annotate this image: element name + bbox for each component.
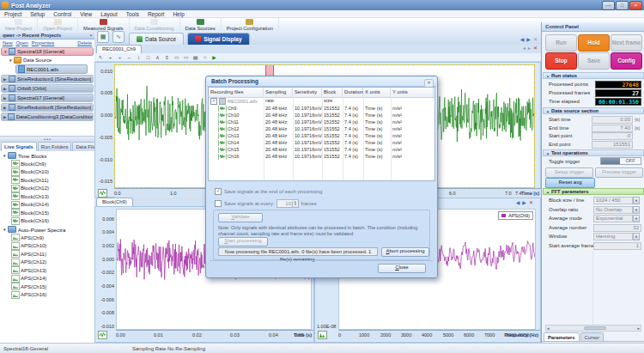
minimize-button[interactable]: — (602, 1, 615, 10)
signal-item[interactable]: APS(Ch12) (0, 259, 94, 267)
table-row-channel[interactable]: Ch15 20.48 kHz 10.19716mV/(... 151552 7.… (209, 146, 434, 153)
reset-zoom-icon[interactable]: ○ (201, 54, 209, 61)
toolbar-data-sources-button[interactable]: Data Sources (180, 18, 222, 31)
pane-scroll-left-icon[interactable]: ◀ (516, 199, 520, 205)
pane-scroll-right-icon[interactable]: ▶ (522, 199, 526, 205)
toolbar-open-project-button[interactable]: Open Project (38, 18, 78, 31)
window-list-icon[interactable]: ▦ (97, 31, 109, 43)
toolbar-new-project-button[interactable]: New Project (0, 18, 38, 31)
table-row-channel[interactable]: Ch12 20.48 kHz 10.19716mV/(... 151552 7.… (209, 125, 434, 132)
signal-item[interactable]: Block(Ch14) (0, 201, 94, 210)
fft-window[interactable]: Hanning (593, 233, 633, 240)
block-chart-tab[interactable]: Block(Ch9) (96, 198, 133, 206)
play-icon[interactable]: ▶ (210, 54, 218, 61)
sidebar-link-open[interactable]: Open (16, 40, 28, 46)
signal-item[interactable]: Block(Ch10) (0, 168, 94, 177)
table-row-channel[interactable]: Ch14 20.48 kHz 10.19716mV/(... 151552 7.… (209, 139, 434, 146)
list-view-icon[interactable]: ▤ (191, 54, 199, 61)
doc-scroll-right-icon[interactable]: ▸ (528, 45, 531, 51)
tab-scroll-left-icon[interactable]: ◀ (520, 36, 525, 42)
menu-view[interactable]: View (76, 11, 96, 17)
data-source-node[interactable]: ▼ Data Source (0, 56, 94, 64)
recording-file-node[interactable]: REC0001.atfx (15, 64, 88, 74)
menu-project[interactable]: Project (0, 11, 26, 17)
main-tab-signal-display[interactable]: Signal Display (187, 33, 249, 45)
menu-report[interactable]: Report (143, 11, 169, 17)
project-tree-item[interactable]: ▶ Orbit6 [Orbit] (1, 84, 94, 93)
menu-setup[interactable]: Setup (26, 11, 49, 17)
run-button[interactable]: Run (545, 34, 577, 52)
signal-item[interactable]: APS(Ch15) (0, 283, 94, 291)
column-header[interactable]: Block size (322, 88, 343, 97)
menu-layout[interactable]: Layout (96, 11, 122, 17)
select-icon[interactable]: ↖ (97, 54, 105, 61)
reset-avg-button[interactable]: Reset avg (545, 178, 595, 188)
signal-item[interactable]: APS(Ch10) (0, 242, 94, 251)
abort-processing-button[interactable]: Abort processing (381, 247, 429, 257)
maximize-button[interactable]: □ (616, 1, 629, 10)
stop-button[interactable]: Stop (545, 52, 577, 70)
signal-item[interactable]: APS(Ch16) (0, 291, 94, 300)
section-header[interactable]: ▲Data source section (543, 107, 644, 114)
project-tree-item[interactable]: ▶ SineReduction1 [SineReduction] (1, 75, 94, 83)
dropdown-arrow-icon[interactable]: ▼ (633, 197, 640, 204)
signal-group-time-blocks[interactable]: ▼ Time Blocks (0, 151, 94, 160)
sidebar-link-new[interactable]: New (3, 40, 13, 46)
scroll-left-arrow-icon[interactable]: ◂ (547, 326, 550, 332)
zoom-y-icon[interactable]: ↕ (135, 54, 143, 61)
main-tab-data-source[interactable]: Data Source (129, 33, 184, 45)
field-end-time[interactable]: 7.40 (592, 125, 633, 132)
fft-average-mode[interactable]: Exponential (593, 215, 633, 222)
table-row-channel[interactable]: Ch9 20.48 kHz 10.19716mV/(... 151552 7.4… (209, 105, 434, 112)
project-tree-item[interactable]: ▶ Spectral17 [General] (1, 94, 94, 102)
toolbar-project-configuration-button[interactable]: Project Configuration (222, 18, 279, 31)
next-frame-button[interactable]: Next frame (611, 34, 642, 52)
menu-tools[interactable]: Tools (122, 11, 143, 17)
signal-item[interactable]: Block(Ch9) (0, 160, 94, 168)
hold-button[interactable]: Hold (578, 34, 610, 52)
table-row-channel[interactable]: Ch10 20.48 kHz 10.19716mV/(... 151552 7.… (209, 112, 434, 119)
parameters-hscrollbar[interactable]: ◂ ▸ (545, 325, 641, 332)
fft-start-average-frame[interactable]: 1 (593, 242, 641, 250)
dialog-titlebar[interactable]: Batch Processing × (207, 77, 436, 87)
column-header[interactable]: Recording files (209, 88, 264, 97)
table-row-channel[interactable]: Ch11 20.48 kHz 10.19716mV/(... 151552 7.… (209, 119, 434, 125)
toolbar-data-conditioning-button[interactable]: Data Conditioning (130, 18, 180, 31)
signal-item[interactable]: Block(Ch11) (0, 176, 94, 185)
signal-item[interactable]: Block(Ch15) (0, 209, 94, 217)
table-row-channel[interactable]: Ch13 20.48 kHz 10.19716mV/(... 151552 7.… (209, 132, 434, 139)
signal-item[interactable]: Block(Ch12) (0, 185, 94, 193)
paste-scale-icon[interactable]: ▭ (182, 54, 190, 61)
field-end-point[interactable]: 151551 (592, 141, 633, 149)
save-button[interactable]: Save (578, 52, 610, 70)
sidebar-link-delete[interactable]: Delete (77, 40, 92, 46)
table-row-channel[interactable]: Ch16 20.48 kHz 10.19716mV/(... 151552 7.… (209, 153, 434, 160)
cursor-icon[interactable]: ∧ (154, 54, 161, 61)
checkbox-checked[interactable]: ✓ (210, 98, 217, 105)
project-tree-item[interactable]: ▶ DataConditioning3 [DataConditioning] (1, 113, 94, 121)
config-button[interactable]: Config (611, 52, 642, 70)
project-tree-item[interactable]: ▶ SineReduction6 [SineReduction] (1, 103, 94, 112)
fft-block-size---line[interactable]: 1024 / 450 (593, 197, 633, 204)
tab-close-icon[interactable]: ✕ (533, 36, 538, 42)
aps-legend[interactable]: APS(Ch9) (498, 211, 533, 220)
checkbox-checked[interactable]: ✓ (215, 188, 222, 195)
column-header[interactable]: Sampling rate (264, 88, 293, 97)
signal-item[interactable]: APS(Ch13) (0, 266, 94, 275)
preview-trigger-button[interactable]: Preview trigger (595, 167, 643, 178)
toolbar-measured-signals-button[interactable]: Measured Signals (78, 18, 129, 31)
menu-control[interactable]: Control (49, 11, 76, 17)
signal-item[interactable]: APS(Ch9) (0, 234, 94, 242)
save-end-option[interactable]: ✓ Save signals at the end of each proces… (215, 188, 322, 195)
column-header[interactable]: Y units (391, 88, 434, 97)
tab-scroll-right-icon[interactable]: ▶ (526, 36, 531, 42)
section-header[interactable]: ▲Test operations (543, 149, 644, 156)
trigger-toggle[interactable]: OFF (600, 157, 641, 165)
validate-button[interactable]: Validate (218, 213, 263, 222)
scrollbar-thumb[interactable] (584, 326, 606, 330)
scroll-right-arrow-icon[interactable]: ▸ (637, 326, 640, 332)
center-icon[interactable]: + (116, 54, 124, 61)
menu-help[interactable]: Help (168, 11, 188, 17)
close-button[interactable]: × (629, 1, 642, 10)
signal-group-auto-power-spectra[interactable]: ▼ Auto-Power Spectra (0, 225, 94, 234)
